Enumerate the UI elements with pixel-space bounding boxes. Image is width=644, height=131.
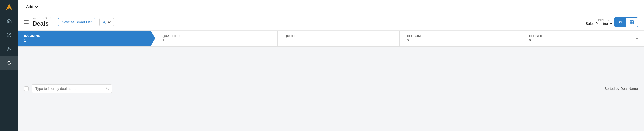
filter-row: Sorted by Deal Name [18,47,644,131]
page-title: Deals [33,20,54,28]
stage-quote-count: 0 [285,38,394,42]
sidebar-navigation [0,14,18,131]
sidebar-item-home[interactable] [0,14,18,28]
stage-incoming[interactable]: INCOMING 1 [18,31,155,46]
pipeline-label-group: PIPELINE: Sales Pipeline [586,19,612,26]
grid-icon [630,20,634,24]
kanban-icon [618,20,623,24]
filter-left [24,84,112,93]
pipeline-label: PIPELINE: [598,19,612,22]
select-all-checkbox[interactable] [24,86,29,91]
save-smart-list-button[interactable]: Save as Smart List [58,18,95,26]
stage-qualified-count: 1 [162,38,272,42]
working-list-label: WORKING LIST [33,17,54,20]
stage-quote[interactable]: QUOTE 0 [278,31,400,46]
pipeline-selector[interactable]: Sales Pipeline [586,22,612,26]
pipeline-value: Sales Pipeline [586,22,608,26]
sidebar [0,0,18,131]
view-toggle [614,18,638,27]
topbar: Add [18,0,644,14]
sidebar-item-radar[interactable] [0,28,18,42]
svg-line-14 [108,89,109,90]
settings-button[interactable] [99,18,114,26]
svg-point-6 [8,47,10,49]
main-content: Add WORKING LIST Deals Save as Smart Lis… [18,0,644,131]
add-label: Add [26,5,33,9]
header-row: WORKING LIST Deals Save as Smart List PI… [18,14,644,31]
sidebar-item-person[interactable] [0,42,18,56]
app-logo-icon [5,3,13,11]
sorted-label: Sorted by Deal Name [604,87,638,91]
chevron-down-icon [35,5,38,9]
radar-icon [6,32,12,38]
closed-chevron-icon [635,37,639,40]
add-button[interactable]: Add [24,4,40,10]
home-icon [6,18,12,24]
svg-point-13 [106,87,108,89]
sidebar-item-deals[interactable] [0,56,18,70]
pipeline-section: PIPELINE: Sales Pipeline [586,18,638,27]
logo-container [0,0,18,14]
svg-line-5 [9,34,11,35]
stage-qualified[interactable]: QUALIFIED 1 [155,31,277,46]
stage-closed-info: CLOSED 0 [529,34,542,42]
hamburger-menu-icon[interactable] [24,20,29,24]
stage-qualified-label: QUALIFIED [162,34,272,38]
title-group: WORKING LIST Deals [33,17,54,28]
kanban-view-button[interactable] [615,18,626,27]
filter-input[interactable] [32,84,112,93]
chevron-down-small-icon [107,20,111,24]
stages-row: INCOMING 1 QUALIFIED 1 QUOTE 0 CLOSURE 0 [18,31,644,47]
filter-input-wrapper [32,84,112,93]
stage-closed-count: 0 [529,38,542,42]
stage-closed-label: CLOSED [529,34,542,38]
dollar-icon [6,60,12,66]
gear-icon [102,20,106,24]
stage-closure-count: 0 [407,38,517,42]
stage-quote-label: QUOTE [285,34,394,38]
svg-marker-1 [6,4,9,10]
svg-rect-9 [630,21,632,22]
stage-incoming-count: 1 [24,38,145,42]
stage-closure[interactable]: CLOSURE 0 [400,31,522,46]
svg-rect-10 [632,21,633,22]
svg-point-8 [103,22,105,23]
stage-closed[interactable]: CLOSED 0 [522,31,644,46]
pipeline-chevron-icon [609,22,612,25]
stage-closure-label: CLOSURE [407,34,517,38]
grid-view-button[interactable] [626,18,638,27]
person-icon [6,46,12,52]
svg-rect-12 [632,22,633,24]
svg-rect-11 [630,22,632,24]
content-area: WORKING LIST Deals Save as Smart List PI… [18,14,644,131]
search-icon [106,86,109,91]
stage-incoming-label: INCOMING [24,34,145,38]
